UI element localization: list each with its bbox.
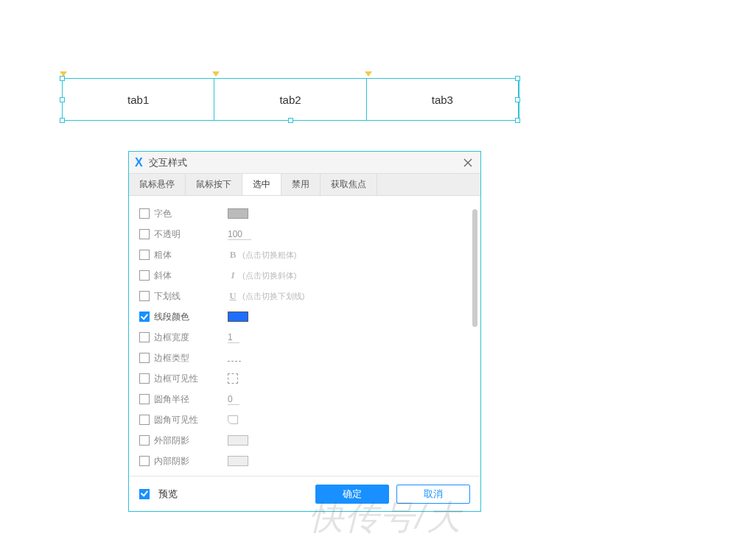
shadow-swatch[interactable] — [228, 456, 248, 466]
tab-focus[interactable]: 获取焦点 — [321, 174, 377, 195]
prop-label: 圆角半径 — [154, 393, 228, 406]
border-visibility-icon[interactable] — [228, 373, 238, 384]
corner-radius-input[interactable] — [228, 394, 239, 405]
prop-label: 不透明 — [154, 228, 228, 241]
tab-group[interactable]: tab1 tab2 tab3 — [62, 78, 519, 121]
resize-handle[interactable] — [60, 97, 65, 102]
checkbox[interactable] — [139, 373, 150, 384]
cancel-button[interactable]: 取消 — [396, 485, 470, 504]
resize-handle[interactable] — [515, 118, 520, 123]
prop-label: 圆角可见性 — [154, 414, 228, 426]
interaction-styles-dialog: X 交互样式 鼠标悬停 鼠标按下 选中 禁用 获取焦点 字色 不透明 — [128, 151, 481, 512]
prop-label: 下划线 — [154, 290, 228, 303]
tab-disabled[interactable]: 禁用 — [281, 174, 321, 195]
resize-handle[interactable] — [60, 118, 65, 123]
prop-label: 内部阴影 — [154, 455, 228, 468]
dialog-titlebar[interactable]: X 交互样式 — [129, 152, 480, 174]
tab-cell-1[interactable]: tab1 — [63, 79, 214, 120]
scrollbar-thumb[interactable] — [472, 209, 477, 327]
dialog-tab-bar: 鼠标悬停 鼠标按下 选中 禁用 获取焦点 — [129, 174, 480, 196]
resize-handle[interactable] — [60, 76, 65, 81]
prop-label: 边框可见性 — [154, 373, 228, 385]
prop-inner-shadow: 内部阴影 — [139, 451, 470, 471]
checkbox[interactable] — [139, 208, 150, 219]
checkbox[interactable] — [139, 250, 150, 260]
checkbox[interactable] — [139, 353, 150, 363]
preview-checkbox[interactable] — [139, 489, 150, 499]
checkbox[interactable] — [139, 394, 150, 404]
hint-text: (点击切换粗体) — [242, 250, 296, 261]
checkbox[interactable] — [139, 291, 150, 301]
prop-border-type: 边框类型 — [139, 348, 470, 368]
checkbox[interactable] — [139, 456, 150, 466]
tab-selected[interactable]: 选中 — [242, 174, 281, 195]
prop-label: 边框类型 — [154, 352, 228, 365]
prop-label: 外部阴影 — [154, 434, 228, 447]
property-list: 字色 不透明 粗体 B(点击切换粗体) 斜体 I(点击切换斜体) 下划线 — [139, 203, 470, 476]
close-icon — [463, 158, 472, 167]
prop-line-color: 线段颜色 — [139, 306, 470, 327]
tab-cell-2[interactable]: tab2 — [214, 79, 366, 120]
prop-italic: 斜体 I(点击切换斜体) — [139, 265, 470, 286]
shadow-swatch[interactable] — [228, 435, 248, 446]
prop-corner-radius: 圆角半径 — [139, 389, 470, 409]
opacity-input[interactable] — [228, 229, 251, 240]
corner-visibility-icon[interactable] — [228, 415, 238, 424]
color-swatch[interactable] — [228, 208, 248, 219]
anchor-triangle-icon — [365, 71, 372, 77]
prop-bold: 粗体 B(点击切换粗体) — [139, 244, 470, 265]
prop-border-visibility: 边框可见性 — [139, 368, 470, 389]
hint-text: (点击切换下划线) — [242, 291, 304, 302]
prop-underline: 下划线 U(点击切换下划线) — [139, 286, 470, 306]
checkbox[interactable] — [139, 229, 150, 239]
checkbox[interactable] — [139, 332, 150, 342]
checkbox[interactable] — [139, 270, 150, 281]
preview-label: 预览 — [158, 488, 178, 501]
checkbox[interactable] — [139, 312, 150, 322]
tab-label: tab1 — [127, 94, 149, 106]
canvas-selection[interactable]: tab1 tab2 tab3 — [62, 78, 519, 121]
resize-handle[interactable] — [515, 76, 520, 81]
tab-cell-3[interactable]: tab3 — [367, 79, 519, 120]
dialog-body: 字色 不透明 粗体 B(点击切换粗体) 斜体 I(点击切换斜体) 下划线 — [129, 196, 480, 476]
ok-button[interactable]: 确定 — [315, 485, 389, 504]
anchor-triangle-icon — [212, 71, 220, 77]
checkbox[interactable] — [139, 435, 150, 446]
bold-icon[interactable]: B — [228, 249, 238, 261]
prop-label: 斜体 — [154, 270, 228, 282]
prop-outer-shadow: 外部阴影 — [139, 430, 470, 451]
line-style-icon[interactable] — [228, 354, 241, 362]
prop-label: 边框宽度 — [154, 331, 228, 344]
axure-logo-icon: X — [135, 156, 143, 169]
tab-label: tab3 — [432, 94, 453, 106]
hint-text: (点击切换斜体) — [242, 270, 296, 281]
tab-mouse-over[interactable]: 鼠标悬停 — [129, 174, 186, 195]
prop-corner-visibility: 圆角可见性 — [139, 409, 470, 430]
tab-mouse-down[interactable]: 鼠标按下 — [186, 174, 242, 195]
dialog-footer: 预览 确定 取消 — [129, 476, 480, 511]
prop-label: 线段颜色 — [154, 311, 228, 323]
resize-handle[interactable] — [288, 118, 293, 123]
close-button[interactable] — [461, 156, 475, 169]
prop-border-width: 边框宽度 — [139, 327, 470, 348]
border-width-input[interactable] — [228, 332, 239, 343]
prop-label: 粗体 — [154, 249, 228, 261]
underline-icon[interactable]: U — [228, 290, 238, 302]
color-swatch[interactable] — [228, 312, 248, 322]
checkbox[interactable] — [139, 415, 150, 425]
prop-text-color: 字色 — [139, 203, 470, 224]
tab-label: tab2 — [279, 94, 301, 106]
resize-handle[interactable] — [515, 97, 520, 102]
dialog-title: 交互样式 — [149, 156, 461, 169]
prop-label: 字色 — [154, 208, 228, 220]
italic-icon[interactable]: I — [228, 270, 238, 281]
prop-opacity: 不透明 — [139, 224, 470, 244]
